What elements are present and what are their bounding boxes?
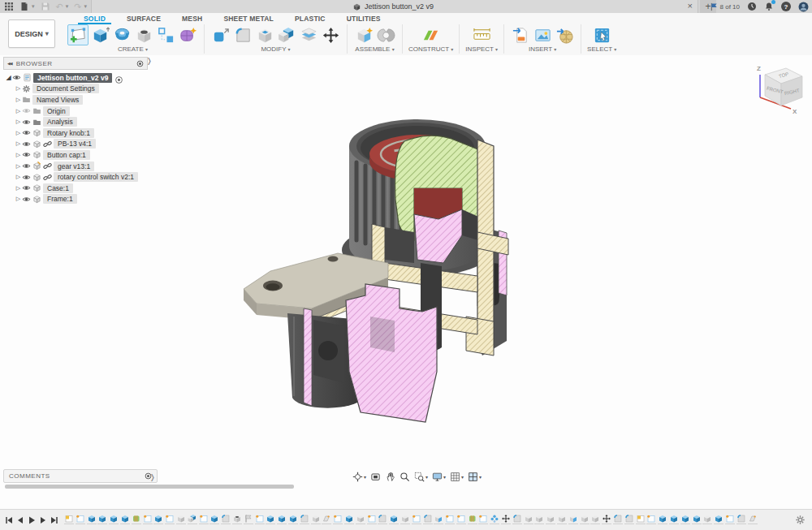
timeline-feature-18[interactable] bbox=[255, 514, 265, 524]
visibility-eye-icon[interactable] bbox=[22, 140, 31, 149]
timeline-feature-55[interactable] bbox=[669, 514, 679, 524]
timeline-feature-15[interactable] bbox=[221, 514, 231, 524]
move-button[interactable] bbox=[320, 24, 341, 45]
timeline-feature-29[interactable] bbox=[378, 514, 387, 524]
browser-item-pb-13-v4-1[interactable]: ▷PB-13 v4:1 bbox=[3, 139, 148, 150]
expand-caret-icon[interactable]: ▷ bbox=[15, 130, 22, 136]
back-playback-button[interactable] bbox=[15, 515, 25, 525]
timeline-feature-1[interactable] bbox=[64, 514, 74, 524]
timeline-feature-41[interactable] bbox=[512, 514, 522, 524]
activate-component-radio[interactable] bbox=[114, 73, 123, 82]
browser-item-label[interactable]: Frame:1 bbox=[43, 194, 77, 204]
visibility-eye-icon[interactable] bbox=[22, 173, 31, 182]
timeline-feature-28[interactable] bbox=[367, 514, 377, 524]
file-menu-caret[interactable]: ▾ bbox=[32, 3, 35, 10]
select-button[interactable] bbox=[591, 24, 612, 45]
timeline-feature-17[interactable] bbox=[244, 514, 253, 524]
timeline-settings-gear[interactable] bbox=[795, 515, 806, 525]
close-tab-icon[interactable]: × bbox=[688, 1, 693, 11]
timeline-feature-3[interactable] bbox=[87, 514, 97, 524]
redo-icon[interactable]: ↷ bbox=[74, 2, 81, 12]
expand-caret-icon[interactable]: ▷ bbox=[15, 174, 22, 180]
browser-item-rotary-knob-1[interactable]: ▷Rotary knob:1 bbox=[3, 127, 148, 139]
group-label-create[interactable]: CREATE ▾ bbox=[118, 45, 148, 53]
model-3d-view[interactable] bbox=[234, 104, 578, 438]
app-grid-menu-icon[interactable] bbox=[4, 2, 14, 11]
browser-item-label[interactable]: PB-13 v4:1 bbox=[54, 139, 96, 149]
timeline-feature-46[interactable] bbox=[568, 514, 578, 524]
timeline-feature-59[interactable] bbox=[714, 514, 723, 524]
insert-mesh-button[interactable] bbox=[554, 24, 575, 45]
pattern-button[interactable] bbox=[155, 24, 176, 45]
visibility-eye-icon[interactable] bbox=[22, 183, 31, 192]
document-tab[interactable]: Jettison button_v2 v9 × bbox=[91, 0, 698, 13]
measure-button[interactable] bbox=[471, 24, 492, 45]
timeline-feature-45[interactable] bbox=[557, 514, 567, 524]
play-playback-button[interactable] bbox=[27, 515, 37, 525]
zoom-button[interactable] bbox=[399, 471, 411, 483]
timeline-feature-31[interactable] bbox=[400, 514, 410, 524]
comments-expand-chevron[interactable]: ❭ bbox=[149, 473, 156, 481]
timeline-feature-2[interactable] bbox=[76, 514, 85, 524]
display-settings-button[interactable]: ▾ bbox=[431, 471, 447, 483]
viewcube[interactable]: Z X TOP FRONT RIGHT bbox=[747, 58, 806, 120]
expand-caret-icon[interactable]: ▷ bbox=[15, 85, 22, 92]
comments-panel[interactable]: COMMENTS bbox=[3, 469, 158, 483]
timeline-feature-30[interactable] bbox=[389, 514, 399, 524]
grid-settings-button[interactable]: ▾ bbox=[449, 471, 464, 483]
timeline-feature-44[interactable] bbox=[546, 514, 555, 524]
browser-item-label[interactable]: Case:1 bbox=[43, 183, 73, 193]
timeline-feature-53[interactable] bbox=[646, 514, 656, 524]
browser-item-label[interactable]: Named Views bbox=[32, 95, 83, 105]
timeline-feature-25[interactable] bbox=[333, 514, 343, 524]
timeline-feature-11[interactable] bbox=[176, 514, 186, 524]
browser-options-icon[interactable] bbox=[136, 60, 144, 67]
timeline-feature-50[interactable] bbox=[613, 514, 623, 524]
browser-item-rotary-control-switch-v2-1[interactable]: ▷rotary control switch v2:1 bbox=[3, 171, 148, 183]
job-status-clock-icon[interactable] bbox=[747, 2, 757, 11]
timeline-feature-48[interactable] bbox=[590, 514, 600, 524]
timeline-feature-5[interactable] bbox=[109, 514, 119, 524]
avatar[interactable] bbox=[798, 2, 809, 12]
undo-icon[interactable]: ↶ bbox=[56, 2, 63, 12]
visibility-eye-off-icon[interactable] bbox=[22, 106, 31, 115]
timeline-feature-24[interactable] bbox=[322, 514, 331, 524]
timeline-feature-36[interactable] bbox=[456, 514, 466, 524]
browser-item-label[interactable]: Origin bbox=[43, 106, 70, 116]
browser-item-gear-v13-1[interactable]: ▷gear v13:1 bbox=[3, 161, 148, 172]
timeline-feature-52[interactable] bbox=[636, 514, 646, 524]
timeline-feature-13[interactable] bbox=[199, 514, 209, 524]
timeline-feature-62[interactable] bbox=[748, 514, 758, 524]
browser-expand-chevron[interactable]: ❭ bbox=[146, 57, 153, 65]
timeline-feature-8[interactable] bbox=[143, 514, 153, 524]
timeline-feature-35[interactable] bbox=[445, 514, 455, 524]
browser-item-label[interactable]: Jettison button_v2 v9 bbox=[33, 73, 112, 83]
start-playback-button[interactable] bbox=[4, 515, 14, 525]
browser-item-label[interactable]: Rotary knob:1 bbox=[43, 128, 94, 138]
browser-item-origin[interactable]: ▷Origin bbox=[3, 106, 148, 117]
group-label-construct[interactable]: CONSTRUCT ▾ bbox=[408, 45, 453, 53]
expand-caret-icon[interactable]: ◢ bbox=[5, 74, 12, 81]
visibility-eye-icon[interactable] bbox=[22, 150, 31, 159]
timeline-feature-56[interactable] bbox=[680, 514, 690, 524]
timeline-feature-7[interactable] bbox=[132, 514, 141, 524]
look-at-button[interactable] bbox=[369, 471, 382, 483]
browser-item-label[interactable]: rotary control switch v2:1 bbox=[54, 172, 138, 182]
tab-solid[interactable]: SOLID bbox=[73, 13, 116, 24]
timeline-feature-9[interactable] bbox=[153, 514, 163, 524]
timeline-feature-21[interactable] bbox=[288, 514, 298, 524]
model-canvas[interactable]: Z X TOP FRONT RIGHT ◀◀ BROWSER ◢Jettison… bbox=[0, 55, 812, 510]
tab-surface[interactable]: SURFACE bbox=[116, 13, 171, 24]
timeline-feature-22[interactable] bbox=[300, 514, 309, 524]
timeline-feature-47[interactable] bbox=[580, 514, 590, 524]
browser-item-jettison-button-v2-v9[interactable]: ◢Jettison button_v2 v9 bbox=[3, 72, 148, 84]
timeline-feature-32[interactable] bbox=[412, 514, 421, 524]
group-label-insert[interactable]: INSERT ▾ bbox=[529, 45, 556, 53]
notifications-bell[interactable] bbox=[764, 2, 774, 11]
fit-button[interactable]: ▾ bbox=[413, 471, 429, 483]
timeline-feature-33[interactable] bbox=[423, 514, 433, 524]
joint-button[interactable] bbox=[375, 24, 396, 45]
press-pull-button[interactable] bbox=[210, 24, 231, 45]
timeline-feature-34[interactable] bbox=[434, 514, 443, 524]
pan-button[interactable] bbox=[384, 471, 396, 483]
